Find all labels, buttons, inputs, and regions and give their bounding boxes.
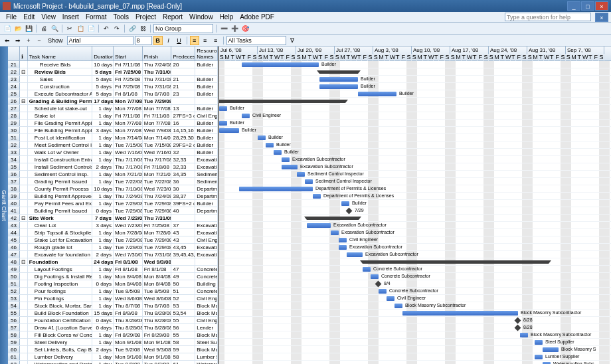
resource-cell[interactable]: Concrete Su [195,273,218,280]
gantt-row[interactable]: Block Masonry Subcontractor [219,310,611,317]
predecessors-cell[interactable]: 49 [171,273,195,280]
duration-cell[interactable]: 5 days [92,76,114,82]
task-bar[interactable] [341,201,349,206]
finish-cell[interactable]: Fri 7/11/08 [143,112,172,119]
task-name-cell[interactable]: Grading Permit Issued [28,178,92,185]
finish-cell[interactable]: Thu 7/31/08 [143,83,172,90]
row-id[interactable]: 57 [8,324,20,331]
start-cell[interactable]: Thu 7/17/08 [114,156,143,163]
duration-cell[interactable]: 0 days [92,324,114,331]
gantt-row[interactable]: Builder [219,120,611,127]
task-bar[interactable] [242,62,319,67]
resource-cell[interactable]: Excavation S [195,229,218,236]
milestone-marker[interactable] [515,318,521,324]
gantt-row[interactable]: Builder [219,105,611,112]
predecessors-cell[interactable]: 32 [171,149,195,155]
milestone-marker[interactable] [346,208,353,215]
finish-cell[interactable]: Mon 8/4/08 [143,273,172,280]
row-id[interactable]: 61 [8,353,20,360]
task-row[interactable]: 49Layout Footings1 dayFri 8/1/08Fri 8/1/… [8,266,218,273]
start-cell[interactable]: Thu 7/17/08 [114,163,143,170]
resource-cell[interactable]: Department o [195,193,218,199]
task-name-cell[interactable]: Strip Topsoil & Stockpile [28,229,92,236]
gantt-row[interactable]: Steel Supplier [219,339,611,346]
resource-cell[interactable]: Block Mason [195,346,218,353]
row-id[interactable]: 27 [8,105,20,112]
task-name-cell[interactable]: Stake lot [28,112,92,119]
task-name-cell[interactable]: Rough grade lot [28,244,92,250]
start-cell[interactable]: Wed 7/23/08 [114,222,143,228]
finish-cell[interactable]: Thu 8/28/08 [143,317,172,323]
task-name-cell[interactable]: Pay Permit Fees and Excise Taxe [28,200,92,207]
gantt-row[interactable]: Builder [219,76,611,83]
duration-cell[interactable]: 3 days [92,222,114,228]
predecessors-cell[interactable]: 43,45 [171,244,195,250]
menu-format[interactable]: Format [82,13,110,21]
task-name-cell[interactable]: Stake Lot for Excavation [28,236,92,243]
task-name-cell[interactable]: Post Lot Identification [28,134,92,141]
gantt-row[interactable]: Civil Engineer [219,236,611,244]
task-bar[interactable] [363,267,371,272]
task-row[interactable]: 51Footing Inspection0 daysMon 8/4/08Mon … [8,280,218,288]
start-cell[interactable]: Mon 7/28/08 [114,229,143,236]
font-dropdown[interactable]: Arial [67,36,133,45]
task-row[interactable]: 55Build Block Foundation15 daysFri 8/8/0… [8,310,218,317]
task-bar[interactable] [239,187,313,191]
menu-help[interactable]: Help [217,13,237,21]
task-name-cell[interactable]: Steel Delivery [28,339,92,345]
filter-dropdown[interactable]: All Tasks [226,36,286,45]
start-cell[interactable]: Tue 7/29/08 [114,200,143,207]
duration-cell[interactable]: 3 days [92,127,114,134]
task-bar[interactable] [242,114,250,118]
gantt-row[interactable]: Excavation Subcontractor [219,244,611,251]
gantt-row[interactable]: Department of Permits & Licenses [219,193,611,200]
task-bar[interactable] [258,136,266,140]
start-cell[interactable]: Mon 9/1/08 [114,339,143,345]
duration-cell[interactable]: 7 days [92,215,114,221]
gantt-row[interactable]: Excavation Subcontractor [219,156,611,163]
show-label[interactable]: Show [45,37,66,44]
task-row[interactable]: 46Rough grade lot1 dayTue 7/29/08Tue 7/2… [8,244,218,251]
milestone-marker[interactable] [375,281,382,288]
start-cell[interactable]: Mon 7/7/08 [114,127,143,134]
resource-cell[interactable]: Sediment Co [195,178,218,185]
row-id[interactable]: 45 [8,236,20,243]
row-id[interactable]: 50 [8,273,20,280]
task-bar[interactable] [313,194,321,199]
gantt-row[interactable]: Excavation Subcontractor [219,163,611,171]
row-id[interactable]: 51 [8,280,20,287]
duration-cell[interactable]: 1 day [92,302,114,309]
task-row[interactable]: 45Stake Lot for Excavation1 dayTue 7/29/… [8,236,218,244]
task-row[interactable]: 48⊟Foundation24 daysFri 8/1/08Wed 9/3/08 [8,258,218,266]
duration-cell[interactable]: 5 days [92,90,114,97]
task-name-cell[interactable]: County Permit Process [28,185,92,192]
print-icon[interactable]: 🖨 [39,24,48,33]
predecessors-cell[interactable]: 21 [171,83,195,90]
task-row[interactable]: 31Post Lot Identification1 dayMon 7/14/0… [8,134,218,141]
predecessors-cell[interactable]: 55 [171,331,195,338]
underline-icon[interactable]: U [175,36,184,45]
task-name-cell[interactable]: Lumber Delivery [28,353,92,360]
finish-cell[interactable]: Tue 7/29/08 [143,200,172,207]
gantt-row[interactable]: 8/28 [219,317,611,324]
col-finish[interactable]: Finish [143,46,172,60]
start-cell[interactable]: Thu 8/28/08 [114,317,143,323]
task-row[interactable]: 27Schedule lot stake-out1 dayMon 7/7/08M… [8,105,218,112]
resource-cell[interactable]: Civil Enginee [195,317,218,323]
task-name-cell[interactable]: Review Bids [28,68,92,75]
predecessors-cell[interactable]: 43 [171,236,195,243]
row-id[interactable]: 49 [8,266,20,272]
duration-cell[interactable]: 1 day [92,266,114,272]
predecessors-cell[interactable]: 55 [171,317,195,323]
start-cell[interactable]: Thu 7/24/08 [114,193,143,199]
predecessors-cell[interactable]: 51 [171,288,195,294]
start-cell[interactable]: Wed 8/6/08 [114,295,143,302]
new-icon[interactable]: 📄 [3,24,12,33]
task-bar[interactable] [266,143,274,147]
finish-cell[interactable]: Mon 9/1/08 [143,353,172,360]
duration-cell[interactable]: 1 day [92,331,114,338]
finish-cell[interactable]: Tue 7/29/08 [143,236,172,243]
row-id[interactable]: 60 [8,346,20,353]
predecessors-cell[interactable]: 34,35 [171,171,195,177]
predecessors-cell[interactable]: 32,33 [171,156,195,163]
